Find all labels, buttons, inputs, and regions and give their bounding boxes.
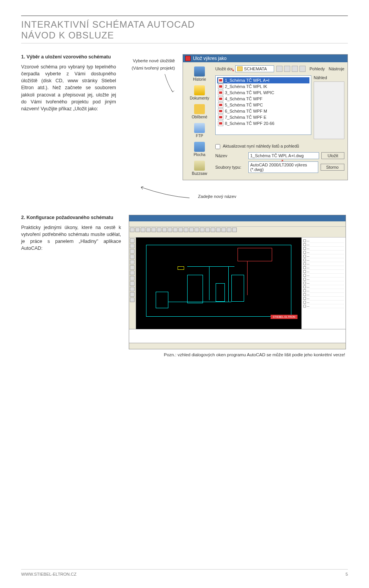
toolbar-button[interactable] (162, 228, 167, 232)
acad-command-line[interactable] (129, 329, 346, 343)
layer-item[interactable]: — (303, 297, 344, 301)
dwg-icon (218, 78, 223, 83)
tools-label[interactable]: Nástroje (329, 66, 344, 71)
toolbar-button[interactable] (211, 228, 215, 232)
tool-button[interactable] (130, 265, 135, 270)
acad-menubar[interactable] (129, 221, 346, 227)
place-favorites[interactable]: Oblíbené (186, 103, 213, 120)
dwg-icon (218, 115, 223, 120)
layer-item[interactable]: — (303, 270, 344, 274)
layer-item[interactable]: — (303, 254, 344, 258)
toolbar-button[interactable] (146, 228, 151, 232)
toolbar-button[interactable] (227, 228, 231, 232)
layer-item[interactable]: — (303, 247, 344, 251)
tool-button[interactable] (130, 287, 135, 291)
dwg-icon (218, 108, 223, 114)
file-item[interactable]: 3_Schéma TČ WPL WPIC (217, 90, 309, 96)
layer-item[interactable]: — (303, 293, 344, 297)
back-icon[interactable] (276, 66, 283, 72)
file-list[interactable]: 1_Schéma TČ WPL A+I 2_Schéma TČ WPL IK 3… (215, 75, 311, 135)
header-title-2: NÁVOD K OBSLUZE (21, 30, 348, 41)
layer-item[interactable]: — (303, 304, 344, 308)
file-item[interactable]: 8_Schéma TČ WPF 20-66 (217, 120, 309, 126)
acad-titlebar (129, 215, 346, 221)
tool-button[interactable] (130, 244, 135, 248)
file-item[interactable]: 6_Schéma TČ WPF M (217, 108, 309, 114)
file-item[interactable]: 5_Schéma TČ WPC (217, 102, 309, 108)
layer-item[interactable]: — (303, 301, 344, 304)
file-item[interactable]: 4_Schéma TČ WPF (217, 96, 309, 102)
layer-item[interactable]: — (303, 243, 344, 247)
tool-button[interactable] (130, 260, 135, 264)
toolbar-button[interactable] (157, 228, 161, 232)
filetype-select[interactable]: AutoCAD 2000/LT2000 výkres (*.dwg) (248, 161, 318, 173)
up-icon[interactable] (284, 66, 290, 72)
preview-box (314, 81, 344, 139)
save-button[interactable]: Uložit (321, 152, 344, 159)
toolbar-button[interactable] (221, 228, 226, 232)
tool-button[interactable] (130, 249, 135, 254)
brand-logo: STIEBEL ELTRON (271, 315, 298, 319)
toolbar-button[interactable] (205, 228, 210, 232)
dwg-icon (218, 90, 223, 95)
views-label[interactable]: Pohledy (309, 66, 325, 71)
toolbar-button[interactable] (232, 228, 237, 232)
toolbar-button[interactable] (173, 228, 178, 232)
section1-body: Vzorové schéma pro vybraný typ tepelného… (21, 63, 116, 112)
folder-select[interactable]: ➘ SCHEMATA (235, 65, 274, 72)
layer-item[interactable]: — (303, 277, 344, 281)
place-desktop[interactable]: Plocha (186, 141, 213, 158)
cancel-button[interactable]: Storno (321, 164, 344, 171)
place-buzzsaw[interactable]: Buzzsaw (186, 159, 213, 177)
layer-item[interactable]: — (303, 285, 344, 289)
toolbar-button[interactable] (141, 228, 145, 232)
tool-button[interactable] (130, 254, 135, 259)
search-icon[interactable] (292, 66, 298, 72)
section1-title: 1. Výběr a uložení vzorového schématu (21, 54, 116, 60)
toolbar-button[interactable] (216, 228, 221, 232)
autocad-window: STIEBEL ELTRON — — — — — — — — — — — (129, 215, 346, 349)
place-documents[interactable]: Dokumenty (186, 84, 213, 101)
toolbar-button[interactable] (194, 228, 199, 232)
file-item[interactable]: 7_Schéma TČ WPF E (217, 114, 309, 120)
tool-button[interactable] (130, 238, 135, 243)
toolbar-button[interactable] (130, 228, 135, 232)
toolbar-button[interactable] (135, 228, 140, 232)
update-thumbs-checkbox[interactable] (215, 144, 220, 149)
file-item[interactable]: 1_Schéma TČ WPL A+I (217, 77, 309, 83)
toolbar-button[interactable] (178, 228, 183, 232)
header-divider (21, 43, 348, 43)
toolbar-button[interactable] (168, 228, 172, 232)
layer-item[interactable]: — (303, 239, 344, 243)
folder-icon (237, 66, 243, 71)
toolbar-button[interactable] (200, 228, 204, 232)
toolbar-button[interactable] (151, 228, 156, 232)
delete-icon[interactable] (299, 66, 306, 72)
toolbar-button[interactable] (189, 228, 194, 232)
layer-item[interactable]: — (303, 289, 344, 293)
footer-page: 5 (346, 572, 348, 576)
toolbar-button[interactable] (184, 228, 188, 232)
tool-button[interactable] (130, 281, 135, 286)
file-item[interactable]: 2_Schéma TČ WPL IK (217, 83, 309, 90)
layer-item[interactable]: — (303, 258, 344, 262)
layer-item[interactable]: — (303, 266, 344, 270)
tool-button[interactable] (130, 292, 135, 297)
layer-item[interactable]: — (303, 262, 344, 266)
filename-input[interactable]: 1_Schéma TČ WPL A+I.dwg ➚ (248, 152, 319, 159)
layer-item[interactable]: — (303, 274, 344, 277)
layer-item[interactable]: — (303, 281, 344, 285)
tool-button[interactable] (130, 297, 135, 302)
tool-button[interactable] (130, 271, 135, 275)
page-header: INTERAKTIVNÍ SCHÉMATA AUTOCAD NÁVOD K OB… (21, 15, 348, 41)
tool-button[interactable] (130, 276, 135, 281)
dialog-title-text: Ulož výkres jako (193, 56, 226, 61)
section2-body: Prakticky jedinými úkony, které na cestě… (21, 224, 121, 252)
section2-note: Pozn.: vzhled dialogových oken programu … (129, 352, 346, 357)
acad-layers-panel[interactable]: — — — — — — — — — — — — — — — (301, 238, 346, 329)
places-bar: Historie Dokumenty Oblíbené FTP Plocha B… (186, 65, 213, 177)
acad-canvas[interactable]: STIEBEL ELTRON (136, 238, 301, 329)
place-ftp[interactable]: FTP (186, 122, 213, 139)
place-history[interactable]: Historie (186, 65, 213, 83)
layer-item[interactable]: — (303, 251, 344, 254)
